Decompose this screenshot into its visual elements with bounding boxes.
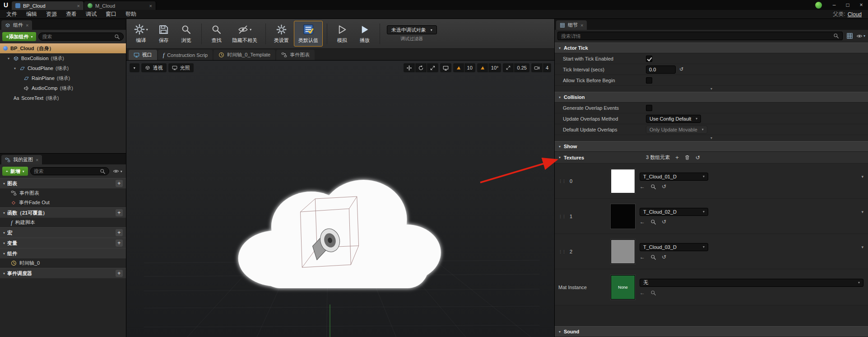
lit-mode-button[interactable]: 光照 <box>168 63 194 72</box>
texture-thumbnail-2[interactable] <box>611 239 635 264</box>
section-collision[interactable]: ▾ Collision <box>555 92 868 103</box>
tab-timeline-template[interactable]: 时间轴_0_Template <box>214 50 275 60</box>
section-functions[interactable]: ▾ 函数（21可覆盖） + <box>0 207 126 218</box>
menu-file[interactable]: 文件 <box>2 10 22 18</box>
mat-instance-thumbnail[interactable]: None <box>611 275 635 300</box>
components-searchbox[interactable] <box>38 33 123 41</box>
element-options-dropdown-0[interactable]: ▾ <box>861 174 863 179</box>
menu-view[interactable]: 查看 <box>61 10 81 18</box>
asset-tab-bp-cloud[interactable]: BP_Cloud × <box>12 1 84 10</box>
reset-property-button[interactable]: ↺ <box>662 254 666 260</box>
details-search-input[interactable] <box>561 33 831 39</box>
tab-viewport[interactable]: 视口 <box>129 50 157 60</box>
camera-speed-value[interactable]: 4 <box>543 63 551 72</box>
find-button[interactable]: 查找 <box>206 21 227 46</box>
close-icon[interactable]: × <box>580 23 583 28</box>
details-searchbox[interactable] <box>557 32 843 40</box>
add-variable-button[interactable]: + <box>116 239 123 247</box>
section-event-dispatchers[interactable]: ▾ 事件调度器 + <box>0 268 126 278</box>
texture-thumbnail-0[interactable] <box>611 169 635 193</box>
grid-snap-value[interactable]: 10 <box>464 63 475 72</box>
browse-button[interactable]: 浏览 <box>176 21 197 46</box>
section-components[interactable]: ▾ 组件 <box>0 248 126 258</box>
world-space-button[interactable] <box>440 63 451 72</box>
3d-viewport[interactable]: ▾ 透视 光照 <box>126 61 554 337</box>
tree-row-boxcollision[interactable]: ▾ BoxCollision (继承) <box>0 53 126 63</box>
section-variables[interactable]: ▾ 变量 + <box>0 238 126 248</box>
chevron-down-icon[interactable]: ▾ <box>13 66 17 70</box>
close-icon[interactable]: × <box>149 3 152 9</box>
reset-icon[interactable]: ↺ <box>679 66 683 72</box>
texture-asset-dropdown-0[interactable]: T_Cloud_01_D ▾ <box>640 173 708 181</box>
tab-details[interactable]: 细节 × <box>556 20 587 30</box>
scale-snap-value[interactable]: 0.25 <box>514 63 529 72</box>
element-options-dropdown-1[interactable]: ▾ <box>861 210 863 214</box>
item-event-graph[interactable]: 事件图表 <box>0 188 126 198</box>
angle-snap-toggle[interactable] <box>477 63 488 72</box>
add-macro-button[interactable]: + <box>116 229 123 236</box>
scale-snap-toggle[interactable] <box>503 63 514 72</box>
reset-array-button[interactable]: ↺ <box>696 154 700 161</box>
browse-to-asset-button[interactable] <box>650 254 656 260</box>
texture-asset-dropdown-2[interactable]: T_Cloud_03_D ▾ <box>640 243 708 251</box>
close-icon[interactable]: × <box>26 23 28 28</box>
close-icon[interactable]: × <box>36 157 38 163</box>
components-root-row[interactable]: BP_Cloud（自身） <box>0 43 126 53</box>
use-selected-asset-button[interactable]: ← <box>640 184 645 189</box>
rotate-tool-button[interactable] <box>415 63 427 72</box>
empty-array-button[interactable] <box>684 154 690 160</box>
drag-handle-icon[interactable]: ⋮⋮ <box>558 214 566 219</box>
simulate-button[interactable]: 模拟 <box>331 21 353 46</box>
tree-row-rainplane[interactable]: RainPlane (继承) <box>0 73 126 83</box>
menu-edit[interactable]: 编辑 <box>22 10 42 18</box>
default-update-overlaps-dropdown[interactable]: Only Update Movable ▾ <box>646 126 707 134</box>
section-graphs[interactable]: ▾ 图表 + <box>0 178 126 188</box>
class-settings-button[interactable]: 类设置 <box>270 21 293 46</box>
close-window-button[interactable]: × <box>854 0 868 10</box>
tree-row-cloudplane[interactable]: ▾ CloudPlane (继承) <box>0 63 126 73</box>
section-show[interactable]: ▾ Show <box>555 141 868 152</box>
element-options-dropdown-2[interactable]: ▾ <box>861 245 863 249</box>
menu-window[interactable]: 窗口 <box>101 10 121 18</box>
add-element-button[interactable]: + <box>675 154 679 161</box>
menu-debug[interactable]: 调试 <box>81 10 101 18</box>
move-tool-button[interactable] <box>404 63 415 72</box>
play-button[interactable]: 播放 <box>354 21 376 46</box>
generate-overlap-checkbox[interactable] <box>646 105 652 111</box>
use-selected-asset-button[interactable]: ← <box>640 219 645 225</box>
hide-unrelated-button[interactable]: ▾ 隐藏不相关 <box>228 21 261 46</box>
use-selected-asset-button[interactable]: ← <box>640 254 645 260</box>
drag-handle-icon[interactable]: ⋮⋮ <box>558 179 566 183</box>
collision-advanced-expander[interactable]: ▾ <box>555 135 868 141</box>
section-sound[interactable]: ▾ Sound <box>555 326 868 337</box>
actor-tick-advanced-expander[interactable]: ▾ <box>555 86 868 92</box>
minimize-button[interactable]: – <box>827 0 841 10</box>
texture-thumbnail-1[interactable] <box>611 204 635 229</box>
tick-interval-input[interactable] <box>646 66 676 74</box>
item-event-fadeout[interactable]: 事件Fade Out <box>0 198 126 207</box>
add-graph-button[interactable]: + <box>116 180 123 187</box>
display-filter-button[interactable]: ▾ <box>856 32 865 41</box>
asset-tab-m-cloud[interactable]: M_Cloud × <box>84 1 156 10</box>
start-with-tick-checkbox[interactable] <box>646 56 652 62</box>
texture-asset-dropdown-1[interactable]: T_Cloud_02_D ▾ <box>640 208 708 216</box>
menu-asset[interactable]: 资源 <box>42 10 61 18</box>
angle-snap-value[interactable]: 10° <box>488 63 501 72</box>
section-macros[interactable]: ▾ 宏 + <box>0 227 126 238</box>
perspective-button[interactable]: 透视 <box>141 63 167 72</box>
save-button[interactable]: 保存 <box>153 21 175 46</box>
parent-class-link[interactable]: Cloud <box>848 11 862 18</box>
tab-my-blueprint[interactable]: 我的蓝图 × <box>1 155 42 164</box>
reset-property-button[interactable]: ↺ <box>662 219 666 225</box>
textures-array-header[interactable]: ▾ Textures 3 数组元素 + ↺ <box>555 152 868 164</box>
scale-tool-button[interactable] <box>427 63 438 72</box>
update-overlaps-dropdown[interactable]: Use Config Default ▾ <box>646 115 701 123</box>
close-icon[interactable]: × <box>77 3 80 9</box>
class-defaults-button[interactable]: 类默认值 <box>294 21 323 47</box>
use-selected-asset-button[interactable]: ← <box>640 290 645 295</box>
allow-tick-checkbox[interactable] <box>646 77 652 84</box>
section-actor-tick[interactable]: ▾ Actor Tick <box>555 42 868 53</box>
item-timeline-0[interactable]: 时间轴_0 <box>0 258 126 268</box>
tab-construction-script[interactable]: f Construction Scrip <box>158 50 213 60</box>
reset-property-button[interactable]: ↺ <box>662 184 666 189</box>
